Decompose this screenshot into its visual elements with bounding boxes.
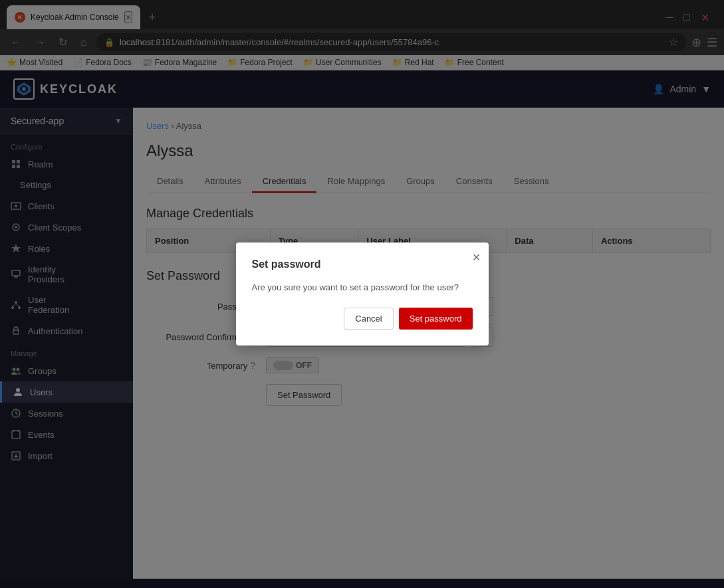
modal-footer: Cancel Set password (252, 308, 473, 330)
modal-dialog: Set password × Are you sure you want to … (236, 243, 489, 345)
modal-close-button[interactable]: × (473, 250, 481, 264)
modal-cancel-button[interactable]: Cancel (344, 308, 393, 330)
modal-title: Set password (252, 258, 473, 270)
modal-overlay: Set password × Are you sure you want to … (0, 0, 724, 588)
modal-body: Are you sure you want to set a password … (252, 281, 473, 294)
modal-confirm-button[interactable]: Set password (399, 308, 473, 330)
